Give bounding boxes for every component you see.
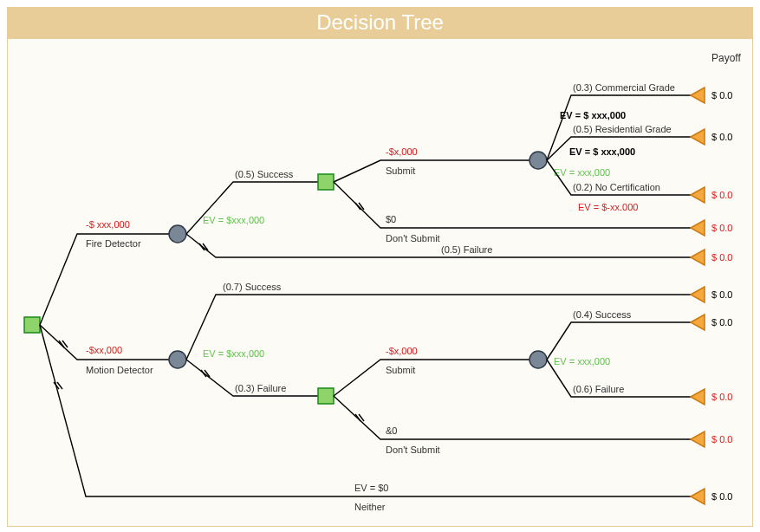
fire-dontsubmit-payoff: $ 0.0 [711, 223, 732, 233]
commercial-label: (0.3) Commercial Grade [573, 82, 675, 93]
diagram-title: Decision Tree [7, 7, 753, 38]
nocert-payoff: $ 0.0 [711, 190, 732, 200]
fire-ev: EV = $xxx,000 [203, 215, 264, 225]
fire-success-decision-node [318, 174, 334, 190]
prune-root-neither [54, 382, 62, 389]
terminal-motion-submit-failure [691, 389, 705, 405]
motion-submit-ev-green: EV = xxx,000 [554, 356, 610, 367]
terminal-motion-dontsubmit [691, 431, 705, 447]
motion-success-payoff: $ 0.0 [711, 289, 732, 300]
decision-tree-svg: -$ xxx,000 Fire Detector EV = $xxx,000 (… [8, 39, 752, 526]
terminal-residential [691, 129, 705, 145]
edge-fire-success [186, 182, 318, 234]
motion-chance-node [169, 351, 186, 368]
fire-cost: -$ xxx,000 [86, 219, 130, 230]
edge-root-neither [40, 325, 691, 496]
motion-dontsubmit-label: Don't Submit [386, 444, 440, 455]
terminal-motion-success [691, 287, 705, 302]
edge-fire-submit [334, 160, 529, 182]
motion-submit-chance-node [529, 351, 547, 368]
motion-submit-failure-label: (0.6) Failure [573, 384, 624, 394]
motion-submit-failure-payoff: $ 0.0 [711, 392, 732, 402]
neither-payoff: $ 0.0 [711, 491, 732, 502]
terminal-motion-submit-success [691, 315, 705, 330]
nocert-ev: EV = $-xx.000 [578, 202, 638, 212]
motion-ev: EV = $xxx,000 [203, 348, 264, 359]
commercial-ev: EV = $ xxx,000 [560, 110, 626, 120]
fire-submit-label: Submit [386, 165, 415, 176]
prune-motion-failure [201, 370, 210, 377]
motion-dontsubmit-cost: &0 [386, 425, 397, 436]
residential-ev: EV = $ xxx,000 [569, 146, 635, 157]
motion-submit-success-payoff: $ 0.0 [711, 317, 732, 328]
fire-submit-ev-green: EV = xxx,000 [554, 167, 610, 178]
residential-label: (0.5) Residential Grade [573, 124, 672, 134]
neither-ev: EV = $0 [354, 483, 388, 493]
motion-submit-success-label: (0.4) Success [573, 309, 632, 320]
fire-submit-cost: -$x,000 [386, 146, 418, 157]
motion-failure-label: (0.3) Failure [235, 383, 286, 393]
motion-dontsubmit-payoff: $ 0.0 [711, 434, 732, 444]
fire-submit-chance-node [529, 152, 547, 169]
terminal-fire-dontsubmit [691, 220, 705, 236]
terminal-fire-failure [691, 250, 705, 265]
motion-cost: -$xx,000 [86, 345, 122, 355]
neither-label: Neither [354, 502, 386, 512]
motion-submit-label: Submit [386, 365, 415, 375]
fire-chance-node [169, 225, 186, 243]
edge-motion-submit [334, 360, 529, 396]
root-decision-node [24, 317, 40, 333]
motion-submit-cost: -$x,000 [386, 346, 418, 356]
motion-label: Motion Detector [86, 365, 153, 375]
diagram-canvas: -$ xxx,000 Fire Detector EV = $xxx,000 (… [7, 38, 753, 527]
payoff-header: Payoff [711, 52, 741, 64]
prune-fire-dontsubmit [355, 203, 364, 210]
fire-failure-payoff: $ 0.0 [711, 252, 732, 263]
fire-failure-label: (0.5) Failure [441, 244, 492, 255]
motion-failure-decision-node [318, 388, 334, 404]
terminal-commercial [691, 88, 705, 103]
diagram-frame: Decision Tree -$ xxx,000 Fire Detector E… [7, 7, 753, 527]
fire-success-label: (0.5) Success [235, 169, 294, 179]
residential-payoff: $ 0.0 [711, 132, 732, 142]
fire-dontsubmit-label: Don't Submit [386, 233, 440, 243]
terminal-nocert [691, 187, 705, 203]
motion-success-label: (0.7) Success [223, 282, 282, 292]
fire-dontsubmit-cost: $0 [386, 214, 396, 224]
terminal-neither [691, 489, 705, 504]
nocert-label: (0.2) No Certification [573, 182, 660, 192]
fire-label: Fire Detector [86, 238, 141, 249]
commercial-payoff: $ 0.0 [711, 90, 732, 101]
edge-motion-submit-success [547, 322, 691, 360]
